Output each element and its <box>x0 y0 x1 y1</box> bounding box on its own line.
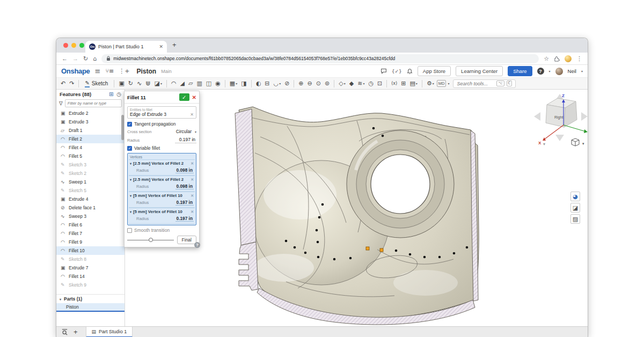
feature-item-fillet-4[interactable]: ◠Fillet 4 <box>56 143 125 152</box>
feature-item-fillet-10[interactable]: ◠Fillet 10 <box>56 246 125 255</box>
browser-menu-icon[interactable]: ⋮ <box>576 55 582 62</box>
dialog-help-button[interactable]: ? <box>194 242 200 248</box>
variable-fillet-checkbox[interactable]: ✓ <box>127 146 132 151</box>
tab-close-icon[interactable]: ✕ <box>159 44 163 49</box>
onshape-logo[interactable]: Onshape <box>61 67 90 75</box>
thicken-icon[interactable]: ◪▾ <box>153 78 163 89</box>
part-item-piston[interactable]: Piston <box>56 303 125 312</box>
versions-icon[interactable]: ⑂≡ <box>105 68 114 75</box>
feature-script-icon[interactable]: {✓} <box>392 69 402 74</box>
share-button[interactable]: Share <box>508 66 532 76</box>
cross-section-select[interactable]: Circular <box>172 129 193 135</box>
workspace-name[interactable]: Main <box>161 69 172 74</box>
user-avatar[interactable] <box>555 68 563 75</box>
home-icon[interactable]: ⌂ <box>93 55 97 62</box>
section-view-button[interactable]: ◪ <box>570 203 580 213</box>
feature-item-fillet-14[interactable]: ◠Fillet 14 <box>56 272 125 281</box>
surface-icon[interactable]: ◇▾ <box>338 78 346 89</box>
loft-icon[interactable]: ⋓ <box>144 78 151 89</box>
md-caret-icon[interactable]: ▾ <box>448 82 449 85</box>
feature-item-fillet-2[interactable]: ◠Fillet 2 <box>56 135 125 143</box>
frames-icon[interactable]: ⊞ <box>400 78 407 89</box>
dropdown-caret-icon[interactable]: ▾ <box>160 78 162 89</box>
extensions-icon[interactable] <box>554 56 560 62</box>
hole-icon[interactable]: ◉ <box>214 78 222 89</box>
notifications-bell-icon[interactable] <box>407 68 413 75</box>
search-tools[interactable]: ⌥ C <box>453 79 516 88</box>
tangent-propagation-row[interactable]: ✓ Tangent propagation <box>127 121 196 127</box>
feature-item-extrude-2[interactable]: ▣Extrude 2 <box>56 109 125 118</box>
sweep-icon[interactable]: ∿ <box>136 78 143 89</box>
move-face-icon[interactable]: ⊕ <box>297 78 304 89</box>
dropdown-caret-icon[interactable]: ▾ <box>416 78 418 89</box>
forward-icon[interactable]: → <box>72 55 78 62</box>
feature-item-sketch-2[interactable]: ✎Sketch 2 <box>56 169 125 178</box>
feature-item-sketch-9[interactable]: ✎Sketch 9 <box>56 281 125 289</box>
app-store-button[interactable]: App Store <box>418 66 451 76</box>
feature-item-sketch-5[interactable]: ✎Sketch 5 <box>56 186 125 195</box>
redo-icon[interactable]: ↷ <box>68 78 75 89</box>
bookmark-star-icon[interactable]: ☆ <box>544 55 549 62</box>
remove-vertex-icon[interactable]: ✕ <box>191 162 194 166</box>
shell-icon[interactable]: ◫ <box>205 78 213 89</box>
dropdown-caret-icon[interactable]: ▾ <box>363 78 364 89</box>
feature-item-extrude-4[interactable]: ▣Extrude 4 <box>56 195 125 203</box>
browser-tab[interactable]: On Piston | Part Studio 1 ✕ <box>85 41 167 53</box>
delete-face-icon[interactable]: ⊘ <box>283 78 290 89</box>
main-menu-icon[interactable]: ≡ <box>95 67 101 75</box>
offset-surface-icon[interactable]: ⊙ <box>315 78 322 89</box>
variables-icon[interactable]: (x) <box>390 78 398 89</box>
vertex-chevron-icon[interactable]: ▾ <box>130 210 131 214</box>
new-tab-button[interactable]: + <box>172 41 177 49</box>
modify-fillet-icon[interactable]: ◡▾ <box>273 78 282 89</box>
feature-item-extrude-3[interactable]: ▣Extrude 3 <box>56 118 125 126</box>
vertex-radius-input[interactable]: 0.098 in <box>175 167 194 173</box>
appearance-button[interactable]: ◕ <box>570 192 580 201</box>
vertex-radius-input[interactable]: 0.197 in <box>175 216 194 222</box>
feature-filter-input[interactable] <box>65 99 122 107</box>
cross-section-row[interactable]: Cross section Circular ▾ <box>127 129 196 135</box>
dropdown-caret-icon[interactable]: ▾ <box>344 78 346 89</box>
md-tools-button[interactable]: MD <box>437 80 447 87</box>
zoom-window-button[interactable] <box>79 43 84 48</box>
mirror-icon[interactable]: ◨ <box>240 78 247 89</box>
wrap-icon[interactable]: ⊚ <box>324 78 331 89</box>
comments-icon[interactable] <box>380 68 387 74</box>
pin-bore[interactable] <box>347 130 454 238</box>
history-clock-icon[interactable]: ◷ <box>116 91 121 97</box>
vertex-radius-input[interactable]: 0.197 in <box>175 200 194 206</box>
dropdown-caret-icon[interactable]: ▾ <box>433 78 434 89</box>
exploded-view-button[interactable]: ▨ <box>570 214 580 224</box>
feature-item-fillet-6[interactable]: ◠Fillet 6 <box>56 221 125 229</box>
vertex-entry[interactable]: ▾[2.5 mm] Vertex of Fillet 2✕Radius0.098… <box>129 175 195 192</box>
remove-vertex-icon[interactable]: ✕ <box>191 210 194 214</box>
sketch-button[interactable]: ✎ Sketch <box>82 80 111 87</box>
dropdown-caret-icon[interactable]: ▾ <box>236 78 237 89</box>
tangent-propagation-checkbox[interactable]: ✓ <box>127 122 132 127</box>
feature-item-delete-face-1[interactable]: ⊘Delete face 1 <box>56 203 125 212</box>
smooth-transition-checkbox[interactable] <box>127 228 132 233</box>
slider-knob[interactable] <box>149 238 153 242</box>
insert-derived-icon[interactable]: ⊡ <box>376 78 383 89</box>
configurations-icon[interactable]: ≋▾ <box>356 78 365 89</box>
draft-icon[interactable]: ▱ <box>187 78 194 89</box>
split-icon[interactable]: ⊟ <box>264 78 270 89</box>
fill-surface-icon[interactable]: ◆ <box>348 78 355 89</box>
help-button[interactable]: ? <box>537 68 544 75</box>
remove-entity-icon[interactable]: ✕ <box>190 112 194 117</box>
feature-item-sweep-1[interactable]: ∿Sweep 1 <box>56 178 125 186</box>
remove-vertex-icon[interactable]: ✕ <box>191 178 194 182</box>
feature-item-draft-1[interactable]: ▱Draft 1 <box>56 126 125 135</box>
dropdown-caret-icon[interactable]: ▾ <box>279 78 281 89</box>
linear-pattern-icon[interactable]: ▦▾ <box>229 78 238 89</box>
url-field[interactable]: midwestmachinetech.onshape.com/documents… <box>101 54 539 63</box>
boolean-icon[interactable]: ◐ <box>255 78 262 89</box>
smooth-transition-row[interactable]: Smooth transition <box>127 228 196 233</box>
reload-icon[interactable]: ↻ <box>83 55 88 62</box>
variable-fillet-row[interactable]: ✓ Variable fillet <box>127 145 196 151</box>
history-icon[interactable]: ◷ <box>367 78 375 89</box>
undo-icon[interactable]: ↶ <box>60 78 67 89</box>
fillet-icon[interactable]: ◠ <box>170 78 178 89</box>
close-window-button[interactable] <box>63 43 68 48</box>
vertex-entry[interactable]: ▾[5 mm] Vertex of Fillet 10✕Radius0.197 … <box>129 192 195 208</box>
